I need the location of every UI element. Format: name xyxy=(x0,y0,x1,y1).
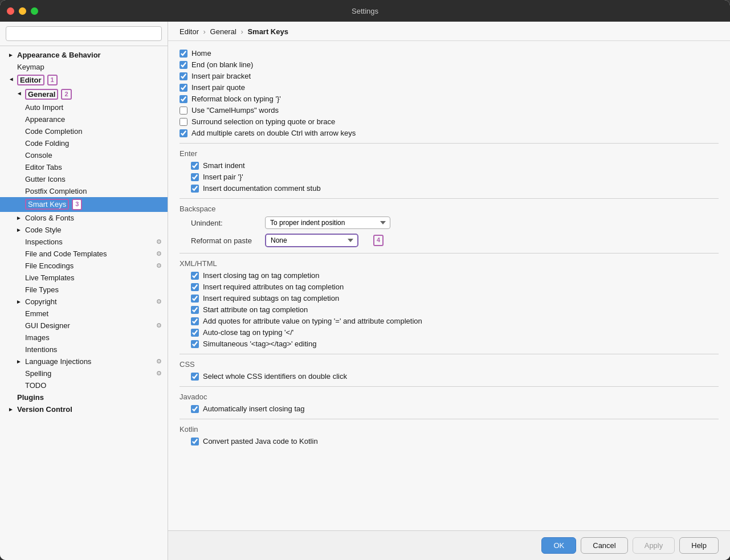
checkbox-label-camel-humps: Use "CamelHumps" words xyxy=(191,106,279,115)
minimize-button[interactable] xyxy=(19,7,26,15)
sidebar-item-version-control[interactable]: ► Version Control xyxy=(0,403,168,415)
checkbox-smart-indent[interactable] xyxy=(191,162,199,170)
sidebar-item-inspections[interactable]: ► Inspections ⚙ xyxy=(0,236,168,248)
sidebar-item-appearance[interactable]: Appearance xyxy=(0,113,168,125)
sidebar-item-language-injections[interactable]: ► Language Injections ⚙ xyxy=(0,355,168,367)
sidebar-item-keymap[interactable]: ► Keymap xyxy=(0,61,168,73)
checkbox-label-smart-indent: Smart indent xyxy=(203,161,245,170)
checkbox-surround-selection[interactable] xyxy=(180,118,187,126)
checkbox-row: Insert pair bracket xyxy=(180,72,719,80)
checkbox-camel-humps[interactable] xyxy=(180,107,187,115)
kotlin-checkboxes: Convert pasted Java code to Kotlin xyxy=(180,437,719,445)
enter-section-label: Enter xyxy=(180,149,719,158)
sidebar-item-live-templates[interactable]: ► Live Templates xyxy=(0,272,168,284)
sidebar-item-code-folding[interactable]: Code Folding xyxy=(0,137,168,149)
close-button[interactable] xyxy=(7,7,14,15)
checkbox-row: Add quotes for attribute value on typing… xyxy=(191,317,719,325)
sidebar-item-label: Code Style xyxy=(25,226,62,234)
checkbox-insert-doc-comment[interactable] xyxy=(191,185,199,193)
cancel-button[interactable]: Cancel xyxy=(581,537,627,554)
sidebar-item-auto-import[interactable]: Auto Import xyxy=(0,101,168,113)
sidebar-item-label: Smart Keys xyxy=(28,200,66,209)
sidebar-item-spelling[interactable]: ► Spelling ⚙ xyxy=(0,367,168,379)
sidebar-item-editor-tabs[interactable]: Editor Tabs xyxy=(0,161,168,173)
checkbox-select-whole-css[interactable] xyxy=(191,373,199,381)
checkbox-row: Insert pair quote xyxy=(180,83,719,92)
gear-icon: ⚙ xyxy=(156,322,162,329)
sidebar-item-label: Intentions xyxy=(25,345,57,354)
sidebar-item-colors-fonts[interactable]: ► Colors & Fonts xyxy=(0,212,168,224)
sidebar-item-console[interactable]: Console xyxy=(0,149,168,161)
sidebar-item-code-style[interactable]: ► Code Style xyxy=(0,224,168,236)
checkbox-pair-bracket[interactable] xyxy=(180,72,187,80)
sidebar-item-file-code-templates[interactable]: ► File and Code Templates ⚙ xyxy=(0,248,168,260)
checkbox-row: Start attribute on tag completion xyxy=(191,305,719,314)
checkbox-label-pair-bracket: Insert pair bracket xyxy=(191,72,251,80)
checkbox-insert-closing-tag[interactable] xyxy=(191,272,199,280)
checkbox-auto-close-tag[interactable] xyxy=(191,329,199,337)
sidebar-item-appearance-behavior[interactable]: ► Appearance & Behavior xyxy=(0,49,168,61)
sidebar-item-label: Appearance xyxy=(25,115,65,124)
unindent-select[interactable]: To proper indent position To indent posi… xyxy=(265,216,390,229)
reformat-select[interactable]: None Reformat block Reformat file xyxy=(266,235,357,246)
settings-window: Settings ► Appearance & Behavior ► Keyma… xyxy=(0,0,730,560)
checkbox-auto-insert-closing[interactable] xyxy=(191,405,199,413)
backspace-section-label: Backspace xyxy=(180,205,719,213)
checkbox-label-reformat-block: Reformat block on typing '}' xyxy=(191,95,281,103)
sidebar-item-emmet[interactable]: ► Emmet xyxy=(0,308,168,320)
annotation-1: 1 xyxy=(47,75,58,85)
checkbox-row: Add multiple carets on double Ctrl with … xyxy=(180,129,719,137)
search-input[interactable] xyxy=(6,26,162,41)
checkbox-simultaneous-editing[interactable] xyxy=(191,340,199,348)
divider xyxy=(180,143,719,144)
sidebar-item-plugins[interactable]: ► Plugins xyxy=(0,391,168,403)
css-section-label: CSS xyxy=(180,360,719,369)
checkbox-pair-quote[interactable] xyxy=(180,84,187,92)
checkbox-label: Select whole CSS identifiers on double c… xyxy=(203,372,347,381)
sidebar-item-label: Gutter Icons xyxy=(25,175,66,183)
arrow-icon: ► xyxy=(16,227,23,233)
checkbox-row: Insert closing tag on tag completion xyxy=(191,271,719,280)
sidebar-item-label: TODO xyxy=(25,381,46,390)
checkbox-convert-pasted[interactable] xyxy=(191,438,199,445)
sidebar-item-gui-designer[interactable]: ► GUI Designer ⚙ xyxy=(0,320,168,332)
sidebar-item-file-encodings[interactable]: ► File Encodings ⚙ xyxy=(0,260,168,272)
gear-icon: ⚙ xyxy=(156,298,162,305)
sidebar-item-label: Live Templates xyxy=(25,273,74,282)
sidebar-item-todo[interactable]: ► TODO xyxy=(0,379,168,391)
checkbox-start-attribute[interactable] xyxy=(191,306,199,314)
apply-button[interactable]: Apply xyxy=(633,537,675,554)
sidebar-item-file-types[interactable]: ► File Types xyxy=(0,284,168,296)
help-button[interactable]: Help xyxy=(679,537,719,554)
sidebar-item-general[interactable]: ▼ General 2 xyxy=(0,87,168,101)
checkbox-label-home: Home xyxy=(191,49,211,58)
unindent-label: Unindent: xyxy=(191,219,259,227)
sidebar-item-images[interactable]: ► Images xyxy=(0,332,168,344)
checkbox-reformat-block[interactable] xyxy=(180,95,187,103)
sidebar-item-label: Editor xyxy=(20,76,42,84)
sidebar-item-label: File and Code Templates xyxy=(25,250,107,258)
sidebar-item-postfix-completion[interactable]: Postfix Completion xyxy=(0,185,168,197)
checkbox-label: Insert required attributes on tag comple… xyxy=(203,283,344,291)
sidebar-item-code-completion[interactable]: Code Completion xyxy=(0,125,168,137)
checkbox-add-quotes-attr[interactable] xyxy=(191,317,199,325)
enter-checkboxes: Smart indent Insert pair '}' Insert docu… xyxy=(180,161,719,193)
checkbox-label: Add quotes for attribute value on typing… xyxy=(203,317,422,325)
checkbox-insert-required-subtags[interactable] xyxy=(191,295,199,303)
maximize-button[interactable] xyxy=(31,7,38,15)
general-label-box: General xyxy=(25,89,58,100)
window-title: Settings xyxy=(352,7,378,15)
sidebar-item-editor[interactable]: ▼ Editor 1 xyxy=(0,73,168,87)
checkbox-end-blank[interactable] xyxy=(180,61,187,69)
breadcrumb-sep2: › xyxy=(240,27,243,36)
checkbox-insert-required-attrs[interactable] xyxy=(191,283,199,291)
sidebar-item-gutter-icons[interactable]: Gutter Icons xyxy=(0,173,168,185)
checkbox-home[interactable] xyxy=(180,50,187,58)
checkbox-insert-pair-brace[interactable] xyxy=(191,173,199,181)
sidebar-item-smart-keys[interactable]: Smart Keys 3 xyxy=(0,197,168,211)
sidebar-item-intentions[interactable]: ► Intentions xyxy=(0,344,168,355)
ok-button[interactable]: OK xyxy=(541,537,576,554)
checkbox-multiple-carets[interactable] xyxy=(180,129,187,137)
content-area: Editor › General › Smart Keys Home End (… xyxy=(168,22,730,560)
sidebar-item-copyright[interactable]: ► Copyright ⚙ xyxy=(0,296,168,308)
